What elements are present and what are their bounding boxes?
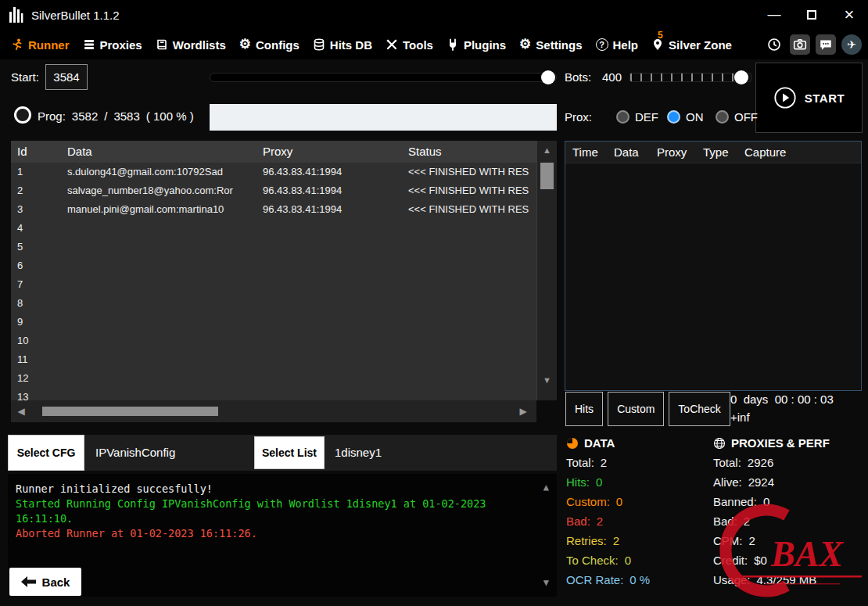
table-row[interactable]: 10 [11,332,557,350]
scrollbar-thumb[interactable] [42,407,218,416]
scroll-right-icon[interactable]: ▶ [513,400,533,422]
table-row[interactable]: 4 [11,219,557,238]
scroll-down-icon[interactable]: ▼ [543,576,549,590]
horizontal-scrollbar[interactable]: ◀ ▶ [11,400,536,422]
cell-id: 2 [11,181,56,200]
cell-proxy [252,275,397,294]
cell-status: <<< FINISHED WITH RES [397,163,557,181]
nav-plugins[interactable]: Plugins [447,38,506,52]
table-row[interactable]: 1 s.dulong41@gmail.com:10792Sad 96.43.83… [11,163,557,181]
log-line: Started Running Config IPVanishConfig wi… [16,497,533,526]
back-button[interactable]: Back [9,568,81,596]
scroll-up-icon[interactable]: ▲ [543,480,549,495]
stat-item: Alive:2924 [713,475,858,495]
hits-tab[interactable]: ToCheck [669,392,730,426]
prox-radio-on[interactable] [667,110,680,124]
telegram-button[interactable]: ✈ [841,34,862,55]
cell-proxy [252,350,397,369]
cell-data: s.dulong41@gmail.com:10792Sad [56,163,252,181]
cell-id: 7 [11,275,56,294]
chat-button[interactable] [816,34,836,55]
col-capture: Capture [744,142,786,163]
cell-id: 11 [11,350,56,369]
results-table-body: 1 s.dulong41@gmail.com:10792Sad 96.43.83… [11,163,557,400]
cell-proxy [252,294,397,313]
table-row[interactable]: 5 [11,238,557,256]
scrollbar-thumb[interactable] [540,163,554,189]
proxies-stats-list: Total:2926 Alive:2924 Banned:0 Bad:2 CPM… [713,456,858,593]
cell-status [397,388,557,400]
gear-icon: ⚙ [519,38,531,51]
threads-slider[interactable] [210,70,557,84]
cell-data [56,369,252,388]
play-icon [773,86,797,109]
cell-status [397,350,557,369]
cell-id: 6 [11,256,56,275]
start-button[interactable]: START [755,63,863,133]
nav-configs[interactable]: ⚙ Configs [239,38,299,52]
col-proxy: Proxy [252,141,397,163]
prox-radio-def[interactable] [616,110,629,124]
cell-data: salvage_number18@yahoo.com:Ror [56,181,252,200]
cell-id: 1 [11,163,56,181]
table-row[interactable]: 2 salvage_number18@yahoo.com:Ror 96.43.8… [11,181,557,200]
nav-label: Silver Zone [669,38,732,52]
scroll-left-icon[interactable]: ◀ [11,400,31,422]
table-row[interactable]: 11 [11,350,557,369]
nav-help[interactable]: ? Help [596,38,639,52]
col-proxy: Proxy [657,142,687,163]
bots-slider[interactable] [629,70,751,84]
cell-proxy [252,388,397,400]
table-row[interactable]: 9 [11,313,557,332]
history-button[interactable] [764,34,784,55]
table-row[interactable]: 6 [11,256,557,275]
maximize-button[interactable] [804,10,820,20]
hits-tab[interactable]: Hits [565,392,603,426]
select-cfg-button[interactable]: Select CFG [8,435,84,471]
bots-label: Bots: [565,70,591,84]
prog-current: 3582 [72,109,98,123]
nav-settings[interactable]: ⚙ Settings [519,38,582,52]
data-stats-list: Total:2 Hits:0 Custom:0 Bad:2 Retries:2 … [566,456,711,593]
wordlist-name: 1disney1 [335,446,382,459]
table-row[interactable]: 8 [11,294,557,313]
scroll-down-icon[interactable]: ▼ [537,375,557,385]
nav-tools[interactable]: Tools [386,38,433,52]
nav-runner[interactable]: Runner [11,38,70,52]
title-bar: SilverBullet 1.1.2 — × [0,0,868,30]
tools-icon [386,38,398,51]
nav-silver-zone[interactable]: 5 Silver Zone [651,38,732,52]
scroll-up-icon[interactable]: ▲ [537,145,557,155]
table-row[interactable]: 7 [11,275,557,294]
cell-proxy: 96.43.83.41:1994 [252,163,397,181]
prox-radio-off[interactable] [716,110,729,124]
cell-id: 9 [11,313,56,332]
minimize-button[interactable]: — [766,7,782,23]
nav-wordlists[interactable]: Wordlists [156,38,226,52]
table-row[interactable]: 3 manuel.pini@gmail.com:martina10 96.43.… [11,200,557,219]
table-row[interactable]: 13 [11,388,557,400]
pie-chart-icon [566,437,579,450]
nav-proxies[interactable]: Proxies [83,38,142,52]
hits-tab[interactable]: Custom [608,392,664,426]
prox-on-label: ON [686,110,704,124]
close-button[interactable]: × [841,5,857,25]
log-lines: Runner initialized succesfully! Started … [16,482,533,541]
slider-thumb[interactable] [734,70,748,84]
vertical-scrollbar[interactable]: ▲ ▼ [536,141,557,400]
slider-thumb[interactable] [541,70,555,84]
maximize-icon [807,10,816,20]
screenshot-button[interactable] [790,34,810,55]
cell-proxy [252,219,397,238]
nav-hits-db[interactable]: Hits DB [313,38,372,52]
gear-icon: ⚙ [239,38,251,51]
data-stats-header: DATA [566,436,711,450]
cell-id: 10 [11,332,56,350]
stat-item: Retries:2 [566,534,711,554]
start-input[interactable] [45,64,88,90]
select-list-button[interactable]: Select List [254,436,325,469]
log-console: Runner initialized succesfully! Started … [8,474,557,597]
stat-item: Bad:2 [566,515,711,534]
table-row[interactable]: 12 [11,369,557,388]
cell-data: manuel.pini@gmail.com:martina10 [56,200,252,219]
